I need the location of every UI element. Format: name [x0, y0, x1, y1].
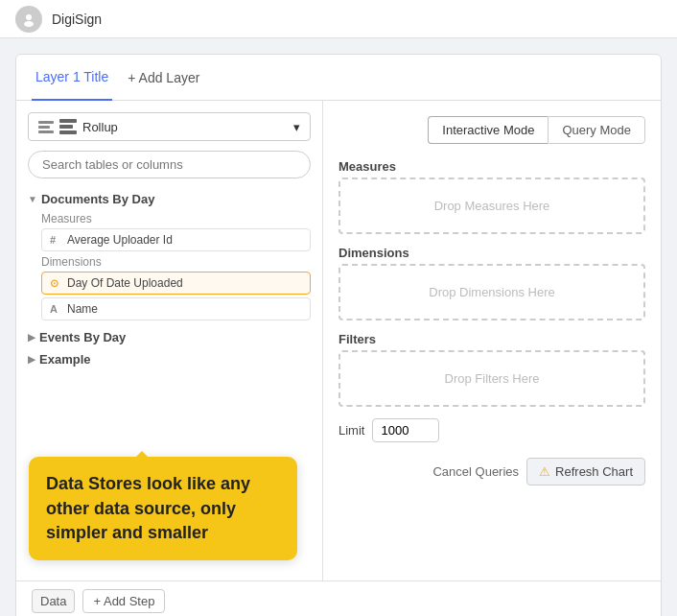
data-tab[interactable]: Data — [32, 589, 75, 613]
refresh-chart-label: Refresh Chart — [555, 464, 633, 479]
svg-point-2 — [24, 21, 34, 27]
refresh-chart-button[interactable]: ⚠ Refresh Chart — [526, 458, 645, 486]
svg-point-1 — [26, 14, 32, 20]
mode-buttons-row: Interactive Mode Query Mode — [338, 116, 645, 148]
hash-icon: # — [50, 234, 63, 246]
clock-icon: ⊙ — [50, 277, 63, 290]
example-label: Example — [39, 352, 90, 367]
day-of-date-label: Day Of Date Uploaded — [67, 276, 183, 290]
svg-rect-3 — [59, 119, 77, 123]
tree-events-by-day[interactable]: ▶ Events By Day — [28, 326, 311, 348]
rollup-chevron: ▾ — [293, 120, 300, 134]
avatar — [15, 6, 42, 33]
filters-section: Filters Drop Filters Here — [338, 332, 645, 407]
measures-section: Measures Drop Measures Here — [338, 159, 645, 234]
tree-example[interactable]: ▶ Example — [28, 348, 311, 370]
bottom-buttons: Cancel Queries ⚠ Refresh Chart — [338, 458, 645, 486]
limit-input[interactable] — [372, 418, 439, 442]
tree-documents-by-day: ▼ Documents By Day Measures # Average Up… — [28, 190, 311, 320]
dimensions-section: Dimensions Drop Dimensions Here — [338, 246, 645, 320]
warning-icon: ⚠ — [539, 464, 550, 479]
right-panel: Interactive Mode Query Mode Measures Dro… — [323, 101, 661, 580]
arrow-down-icon: ▼ — [28, 194, 37, 204]
tabs-bar: Layer 1 Title + Add Layer — [16, 55, 661, 101]
arrow-right-icon-2: ▶ — [28, 354, 35, 365]
name-label: Name — [67, 302, 98, 316]
top-bar: DigiSign — [0, 0, 677, 38]
alpha-icon: A — [50, 303, 63, 315]
tooltip-text: Data Stores look like any other data sou… — [46, 474, 250, 541]
dimensions-drop-zone[interactable]: Drop Dimensions Here — [338, 264, 645, 320]
measures-label: Measures — [338, 159, 645, 174]
rollup-icon — [38, 121, 54, 133]
events-by-day-label: Events By Day — [39, 330, 126, 344]
query-mode-button[interactable]: Query Mode — [548, 116, 645, 144]
tag-name[interactable]: A Name — [41, 297, 311, 320]
limit-row: Limit — [338, 418, 645, 442]
tree-documents-header[interactable]: ▼ Documents By Day — [28, 190, 311, 208]
svg-rect-4 — [59, 125, 73, 129]
tag-average-uploader-id[interactable]: # Average Uploader Id — [41, 228, 311, 251]
average-uploader-label: Average Uploader Id — [67, 233, 173, 247]
app-name: DigiSign — [52, 12, 102, 27]
rollup-label: Rollup — [82, 120, 118, 134]
mode-buttons: Interactive Mode Query Mode — [428, 116, 645, 144]
cancel-queries-button[interactable]: Cancel Queries — [432, 464, 519, 479]
arrow-right-icon: ▶ — [28, 332, 35, 343]
filters-label: Filters — [338, 332, 645, 346]
tooltip-bubble: Data Stores look like any other data sou… — [29, 457, 297, 560]
stack-icon — [59, 119, 77, 134]
limit-label: Limit — [338, 423, 364, 438]
filters-drop-zone[interactable]: Drop Filters Here — [338, 350, 645, 407]
measures-sub-label: Measures — [41, 212, 311, 225]
dimensions-sub-label: Dimensions — [41, 255, 311, 269]
tag-day-of-date-uploaded[interactable]: ⊙ Day Of Date Uploaded — [41, 272, 311, 295]
add-step-button[interactable]: + Add Step — [82, 589, 165, 613]
search-wrapper — [28, 151, 311, 178]
measures-drop-zone[interactable]: Drop Measures Here — [338, 178, 645, 234]
svg-rect-5 — [59, 130, 77, 134]
add-layer-label: + Add Layer — [128, 70, 199, 85]
documents-by-day-label: Documents By Day — [41, 192, 154, 206]
dimensions-label: Dimensions — [338, 246, 645, 260]
tab-add-layer[interactable]: + Add Layer — [128, 70, 199, 85]
interactive-mode-button[interactable]: Interactive Mode — [428, 116, 548, 144]
tab-layer1[interactable]: Layer 1 Title — [32, 55, 112, 101]
rollup-select[interactable]: Rollup ▾ — [28, 112, 311, 141]
search-input[interactable] — [28, 151, 311, 178]
bottom-bar: Data + Add Step — [16, 580, 661, 616]
